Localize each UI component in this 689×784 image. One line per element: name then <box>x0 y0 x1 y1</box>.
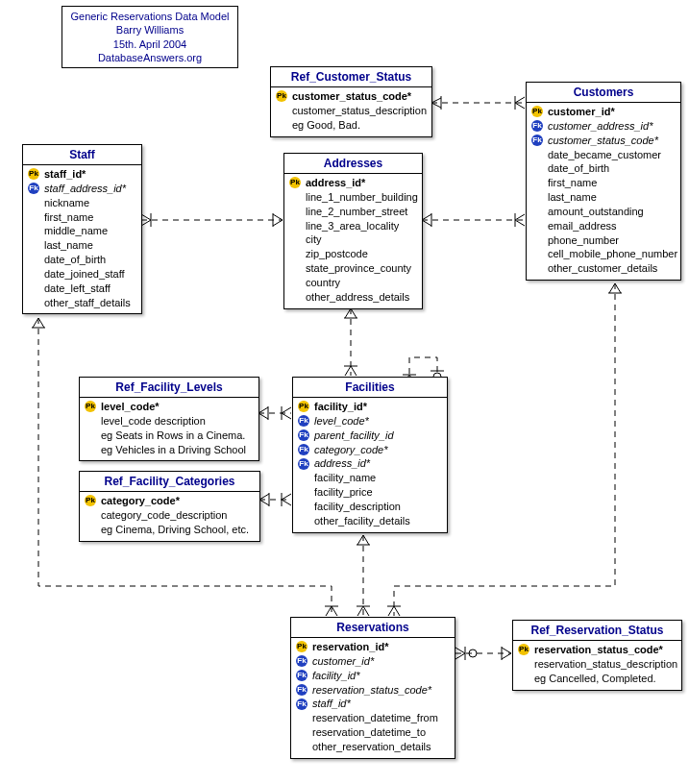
attr-name: level_code description <box>101 414 255 429</box>
svg-line-50 <box>363 535 369 545</box>
attr-row: Pkreservation_status_code* <box>517 643 677 657</box>
no-key-icon <box>275 119 288 131</box>
entity-reservations: Reservations Pkreservation_id*Fkcustomer… <box>290 617 455 759</box>
rel-refcuststatus-customers <box>431 96 525 110</box>
entity-facilities: Facilities Pkfacility_id*Fklevel_code*Fk… <box>292 377 448 533</box>
fk-icon: Fk <box>297 444 310 455</box>
pk-icon: Pk <box>84 495 97 506</box>
pk-icon: Pk <box>530 106 544 117</box>
no-key-icon <box>288 249 302 260</box>
attr-row: Fkcategory_code* <box>297 443 443 457</box>
entity-staff: Staff Pkstaff_id*Fkstaff_address_id*nick… <box>22 144 142 314</box>
attr-name: staff_address_id* <box>44 182 137 196</box>
info-line4: DatabaseAnswers.org <box>68 51 232 64</box>
no-key-icon <box>84 415 97 427</box>
attr-row: reservation_datetime_to <box>295 725 451 740</box>
attr-row: level_code description <box>84 414 255 429</box>
entity-attrs: Pkcustomer_id*Fkcustomer_address_id*Fkcu… <box>527 103 680 280</box>
attr-row: customer_status_description <box>275 104 428 118</box>
no-key-icon <box>288 291 302 303</box>
attr-name: facility_id* <box>312 669 451 683</box>
no-key-icon <box>530 191 544 203</box>
svg-line-25 <box>345 366 351 376</box>
attr-name: date_became_customer <box>548 148 677 162</box>
attr-name: first_name <box>548 176 677 190</box>
no-key-icon <box>530 178 544 189</box>
attr-name: state_province_county <box>306 261 418 276</box>
attr-name: customer_status_description <box>292 104 428 118</box>
attr-name: reservation_status_code* <box>534 643 677 657</box>
attr-name: first_name <box>44 210 137 225</box>
no-key-icon <box>27 240 40 252</box>
attr-row: other_address_details <box>288 290 418 305</box>
attr-row: date_left_staff <box>27 282 137 296</box>
attr-name: category_code* <box>314 443 443 457</box>
attr-name: cell_mobile_phone_number <box>548 247 677 261</box>
entity-ref-facility-levels: Ref_Facility_Levels Pklevel_code*level_c… <box>79 377 259 461</box>
attr-name: line_1_number_building <box>306 190 418 205</box>
no-key-icon <box>297 473 310 484</box>
no-key-icon <box>517 673 530 684</box>
attr-name: parent_facility_id <box>314 429 443 443</box>
svg-line-11 <box>515 214 525 220</box>
attr-row: zip_postcode <box>288 247 418 261</box>
attr-row: facility_name <box>297 471 443 485</box>
attr-name: eg Cancelled, Completed. <box>534 672 677 686</box>
svg-line-73 <box>502 653 511 659</box>
entity-attrs: Pklevel_code*level_code descriptioneg Se… <box>80 398 258 460</box>
attr-row: amount_outstanding <box>530 205 677 219</box>
rel-addresses-customers <box>422 213 525 227</box>
no-key-icon <box>288 191 302 203</box>
attr-row: first_name <box>27 210 137 225</box>
svg-line-33 <box>282 413 291 419</box>
entity-attrs: Pkreservation_id*Fkcustomer_id*Fkfacilit… <box>291 638 455 758</box>
svg-line-16 <box>141 220 151 226</box>
svg-line-72 <box>502 648 511 653</box>
pk-icon: Pk <box>297 401 310 412</box>
attr-row: last_name <box>27 238 137 253</box>
attr-name: staff_id* <box>312 697 451 711</box>
attr-row: first_name <box>530 176 677 190</box>
attr-row: country <box>288 276 418 290</box>
attr-name: category_code_description <box>101 508 256 523</box>
no-key-icon <box>530 263 544 275</box>
svg-line-68 <box>455 653 465 659</box>
no-key-icon <box>84 509 97 521</box>
fk-icon: Fk <box>297 429 310 441</box>
rel-refresstatus-reservations <box>455 647 511 660</box>
attr-row: Pkcustomer_status_code* <box>275 89 428 104</box>
entity-title: Addresses <box>284 154 422 174</box>
attr-name: reservation_datetime_from <box>312 711 451 725</box>
attr-row: eg Cancelled, Completed. <box>517 672 677 686</box>
attr-row: Fkcustomer_id* <box>295 654 451 669</box>
attr-name: facility_id* <box>314 400 443 414</box>
attr-name: other_reservation_details <box>312 740 451 754</box>
rel-refcategories-facilities <box>259 493 291 506</box>
svg-line-63 <box>388 606 394 616</box>
entity-ref-customer-status: Ref_Customer_Status Pkcustomer_status_co… <box>270 66 432 137</box>
fk-icon: Fk <box>297 458 310 470</box>
entity-ref-reservation-status: Ref_Reservation_Status Pkreservation_sta… <box>512 620 682 691</box>
attr-row: line_2_number_street <box>288 205 418 219</box>
no-key-icon <box>530 220 544 232</box>
no-key-icon <box>84 444 97 455</box>
attr-name: reservation_status_code* <box>312 683 451 698</box>
svg-line-5 <box>515 103 525 109</box>
attr-name: eg Cinema, Driving School, etc. <box>101 523 256 537</box>
no-key-icon <box>295 726 308 738</box>
svg-line-23 <box>345 308 351 318</box>
svg-line-26 <box>351 366 357 376</box>
svg-line-62 <box>615 283 621 293</box>
attr-name: date_of_birth <box>44 253 137 267</box>
no-key-icon <box>530 149 544 160</box>
info-line1: Generic Reservations Data Model <box>68 10 232 23</box>
no-key-icon <box>288 234 302 246</box>
svg-line-55 <box>33 318 38 328</box>
attr-row: state_province_county <box>288 261 418 276</box>
attr-row: other_staff_details <box>27 296 137 310</box>
rel-addresses-staff <box>141 213 283 227</box>
attr-row: last_name <box>530 190 677 205</box>
attr-row: facility_price <box>297 485 443 500</box>
no-key-icon <box>275 105 288 116</box>
attr-name: email_address <box>548 219 677 233</box>
